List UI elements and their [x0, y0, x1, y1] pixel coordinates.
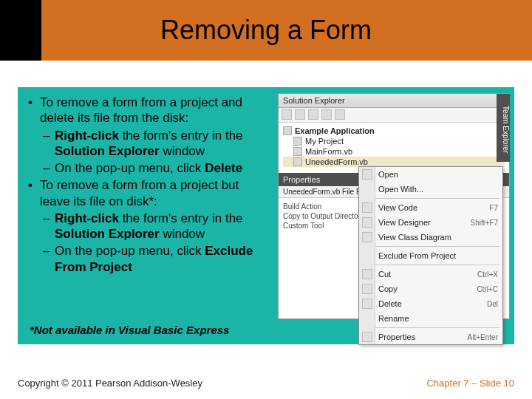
open-icon — [362, 169, 372, 180]
copyright: Copyright © 2011 Pearson Addison-Wesley — [18, 378, 202, 389]
toolbar-icon[interactable] — [335, 109, 345, 120]
menu-properties[interactable]: PropertiesAlt+Enter — [359, 330, 502, 344]
menu-cut[interactable]: CutCtrl+X — [359, 267, 502, 282]
menu-open[interactable]: Open — [359, 167, 502, 182]
bullet-2-sub-1: Right-click the form's entry in the Solu… — [27, 211, 270, 242]
context-menu: Open Open With... View CodeF7 View Desig… — [358, 166, 503, 345]
tree-item-selected[interactable]: UneededForm.vb — [283, 157, 505, 167]
cut-icon — [362, 269, 372, 279]
slide-number: Chapter 7 – Slide 10 — [426, 378, 514, 389]
bullet-1-sub-2: On the pop-up menu, click Delete — [27, 160, 270, 176]
menu-view-designer[interactable]: View DesignerShift+F7 — [359, 215, 502, 230]
form-icon — [293, 157, 302, 166]
tree-root[interactable]: Example Application — [283, 126, 505, 136]
solution-explorer-title: Solution Explorer — [279, 94, 509, 108]
solution-explorer-toolbar — [279, 108, 509, 123]
menu-view-class-diagram[interactable]: View Class Diagram — [359, 230, 502, 245]
team-explorer-tab[interactable]: Team Explorer — [497, 94, 510, 162]
menu-exclude[interactable]: Exclude From Project — [359, 248, 502, 263]
bullet-1-sub-1: Right-click the form's entry in the Solu… — [27, 128, 270, 160]
bullet-2-sub-2: On the pop-up menu, click Exclude From P… — [27, 243, 270, 275]
menu-separator — [362, 246, 499, 247]
menu-view-code[interactable]: View CodeF7 — [359, 200, 502, 215]
tree-item[interactable]: My Project — [283, 136, 505, 146]
footnote: *Not available in Visual Basic Express — [30, 324, 229, 336]
menu-delete[interactable]: DeleteDel — [359, 296, 502, 311]
menu-copy[interactable]: CopyCtrl+C — [359, 282, 502, 296]
vs-screenshot: Solution Explorer Example Application My… — [278, 93, 510, 319]
myproject-icon — [293, 137, 302, 146]
tree-item[interactable]: MainForm.vb — [283, 146, 505, 157]
project-icon — [283, 126, 292, 135]
bullet-2-text: To remove a form from a project but leav… — [40, 178, 239, 208]
code-icon — [362, 202, 372, 213]
toolbar-icon[interactable] — [321, 109, 332, 120]
bullet-2: To remove a form from a project but leav… — [27, 177, 270, 209]
classdiagram-icon — [362, 232, 372, 242]
bullet-1-text: To remove a form from a project and dele… — [40, 95, 242, 125]
menu-rename[interactable]: Rename — [359, 311, 502, 326]
properties-icon — [362, 332, 372, 342]
menu-open-with[interactable]: Open With... — [359, 182, 502, 197]
toolbar-icon[interactable] — [295, 109, 305, 120]
slide-title-bar: Removing a Form — [0, 0, 532, 61]
delete-icon — [362, 299, 372, 309]
bullet-1: To remove a form from a project and dele… — [27, 95, 270, 126]
form-icon — [293, 147, 302, 156]
designer-icon — [362, 217, 372, 228]
menu-separator — [362, 265, 499, 265]
menu-separator — [362, 198, 499, 199]
toolbar-icon[interactable] — [282, 109, 292, 120]
menu-separator — [362, 327, 499, 328]
bullet-list: To remove a form from a project and dele… — [27, 95, 270, 276]
title-accent-block — [0, 0, 41, 61]
solution-tree: Example Application My Project MainForm.… — [279, 123, 509, 173]
slide-title: Removing a Form — [160, 15, 372, 46]
copy-icon — [362, 284, 372, 294]
toolbar-icon[interactable] — [308, 109, 318, 120]
